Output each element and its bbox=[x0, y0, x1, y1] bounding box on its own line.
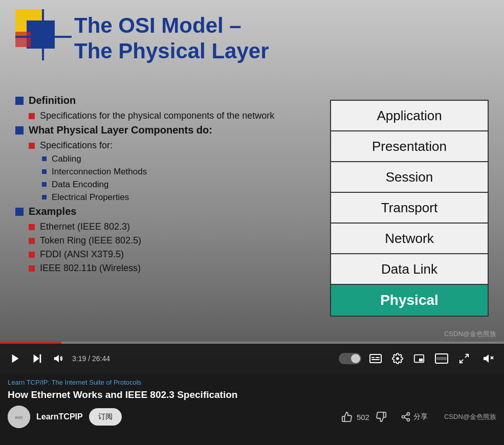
svg-rect-5 bbox=[371, 357, 375, 358]
video-controls-bar: 3:19 / 26:44 bbox=[0, 344, 504, 373]
video-player: The OSI Model – The Physical Layer Defin… bbox=[0, 0, 504, 373]
osi-layer-network: Network bbox=[331, 224, 488, 254]
slide-title: The OSI Model – The Physical Layer bbox=[74, 13, 269, 64]
bullet-marker-l2 bbox=[29, 113, 35, 119]
bullet-marker-l3 bbox=[42, 182, 47, 187]
bullet-interconnection: Interconnection Methods bbox=[42, 167, 287, 177]
slide-content: The OSI Model – The Physical Layer Defin… bbox=[0, 0, 504, 373]
osi-layer-transport: Transport bbox=[331, 193, 488, 224]
svg-line-24 bbox=[404, 414, 407, 416]
next-button[interactable] bbox=[29, 351, 45, 366]
share-label: 分享 bbox=[413, 412, 428, 421]
svg-line-13 bbox=[465, 354, 468, 358]
svg-rect-10 bbox=[419, 359, 423, 362]
svg-text:IMG: IMG bbox=[15, 415, 23, 420]
bullet-ethernet: Ethernet (IEEE 802.3) bbox=[29, 221, 287, 232]
channel-name: LearnTCPIP bbox=[36, 412, 83, 421]
bullet-marker-l3 bbox=[42, 195, 47, 199]
share-area[interactable]: 分享 bbox=[401, 412, 428, 422]
svg-line-23 bbox=[404, 417, 407, 419]
svg-rect-4 bbox=[370, 354, 381, 363]
like-area: 502 bbox=[341, 411, 387, 422]
slide-bullets: Definition Specifications for the physic… bbox=[15, 95, 287, 277]
bullet-specs-for: Specifications for: bbox=[29, 140, 287, 151]
bullet-examples: Examples bbox=[15, 206, 287, 217]
svg-rect-7 bbox=[371, 359, 380, 360]
watermark: CSDN@金色熊族 bbox=[444, 329, 496, 339]
subtitles-button[interactable] bbox=[367, 352, 384, 365]
svg-point-20 bbox=[407, 413, 409, 415]
volume-button[interactable] bbox=[51, 351, 66, 366]
osi-layer-presentation: Presentation bbox=[331, 131, 488, 162]
video-title: How Ethernet Works and IEEE 802.3 Specif… bbox=[8, 389, 496, 400]
osi-model-table: Application Presentation Session Transpo… bbox=[330, 100, 489, 317]
logo-red-square bbox=[15, 32, 31, 47]
svg-point-22 bbox=[407, 418, 409, 421]
channel-row: IMG LearnTCPIP 订阅 502 bbox=[8, 406, 496, 428]
svg-rect-12 bbox=[436, 357, 447, 360]
osi-layer-application: Application bbox=[331, 101, 488, 131]
bullet-marker bbox=[15, 208, 24, 216]
bullet-marker-l2 bbox=[29, 143, 35, 149]
channel-avatar-image: IMG bbox=[8, 406, 30, 428]
osi-layer-datalink: Data Link bbox=[331, 254, 488, 285]
like-count: 502 bbox=[357, 413, 369, 421]
dislike-button[interactable] bbox=[376, 411, 387, 422]
like-button[interactable] bbox=[341, 411, 353, 422]
svg-marker-15 bbox=[484, 354, 489, 363]
svg-marker-0 bbox=[12, 354, 19, 363]
svg-rect-2 bbox=[40, 354, 41, 363]
slide-logo bbox=[15, 9, 72, 65]
bullet-definition-sub: Specifications for the physical componen… bbox=[29, 110, 287, 121]
bullet-cabling: Cabling bbox=[42, 154, 287, 164]
bullet-marker-l3 bbox=[42, 157, 47, 161]
bullet-definition: Definition bbox=[15, 95, 287, 106]
bullet-what-physical: What Physical Layer Components do: bbox=[15, 124, 287, 136]
audio-settings-button[interactable] bbox=[480, 350, 496, 367]
osi-layer-physical: Physical bbox=[331, 285, 488, 316]
fullscreen-button[interactable] bbox=[456, 351, 472, 366]
bullet-marker-l2 bbox=[29, 265, 35, 272]
osi-layer-session: Session bbox=[331, 162, 488, 193]
channel-avatar[interactable]: IMG bbox=[8, 406, 30, 428]
watermark-below: CSDN@金色熊族 bbox=[444, 412, 496, 421]
bullet-data-encoding: Data Encoding bbox=[42, 180, 287, 190]
bullet-marker bbox=[15, 97, 24, 105]
bullet-fddi: FDDI (ANSI X3T9.5) bbox=[29, 249, 287, 260]
bullet-token-ring: Token Ring (IEEE 802.5) bbox=[29, 235, 287, 246]
bullet-marker-l2 bbox=[29, 238, 35, 244]
bullet-electrical: Electrical Properties bbox=[42, 192, 287, 203]
svg-point-21 bbox=[402, 416, 404, 418]
svg-point-8 bbox=[396, 357, 399, 360]
below-video-area: Learn TCP/IP: The Internet Suite of Prot… bbox=[0, 373, 504, 431]
bullet-wireless: IEEE 802.11b (Wireless) bbox=[29, 263, 287, 274]
bullet-marker-l2 bbox=[29, 252, 35, 258]
svg-marker-3 bbox=[54, 355, 59, 363]
play-button[interactable] bbox=[8, 351, 23, 366]
svg-marker-1 bbox=[34, 354, 39, 363]
svg-line-14 bbox=[460, 360, 463, 363]
time-display: 3:19 / 26:44 bbox=[72, 354, 110, 363]
miniplayer-button[interactable] bbox=[411, 351, 427, 366]
svg-rect-6 bbox=[376, 357, 380, 358]
autoplay-toggle[interactable] bbox=[339, 353, 361, 364]
bullet-marker bbox=[15, 126, 24, 135]
subscribe-button[interactable]: 订阅 bbox=[89, 408, 122, 426]
logo-cross-vertical bbox=[42, 9, 44, 60]
bullet-marker-l3 bbox=[42, 169, 47, 174]
bullet-marker-l2 bbox=[29, 224, 35, 230]
theater-button[interactable] bbox=[433, 351, 450, 366]
series-link[interactable]: Learn TCP/IP: The Internet Suite of Prot… bbox=[8, 379, 496, 386]
settings-button[interactable] bbox=[390, 351, 405, 366]
logo-blue-square bbox=[27, 20, 55, 49]
